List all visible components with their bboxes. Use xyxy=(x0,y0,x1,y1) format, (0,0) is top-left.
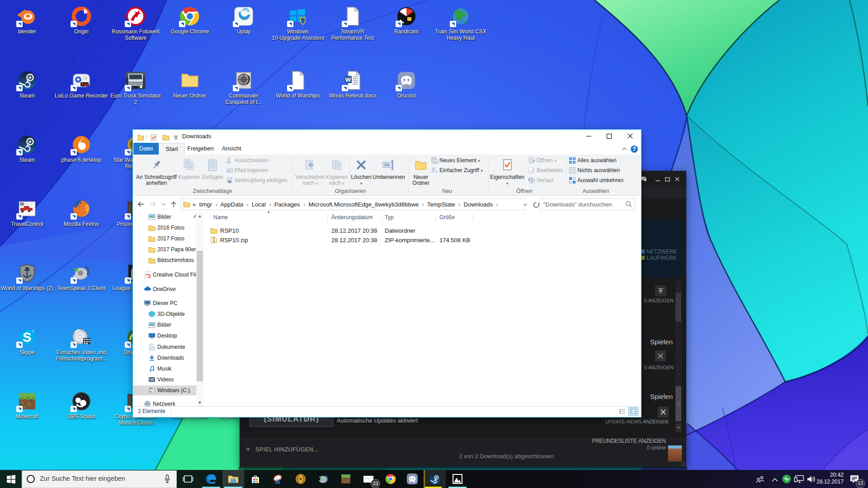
svg-text:?: ? xyxy=(632,146,636,152)
svg-text:W...: W... xyxy=(227,169,232,172)
svg-text:REC: REC xyxy=(84,83,90,86)
svg-text:W: W xyxy=(345,76,351,83)
